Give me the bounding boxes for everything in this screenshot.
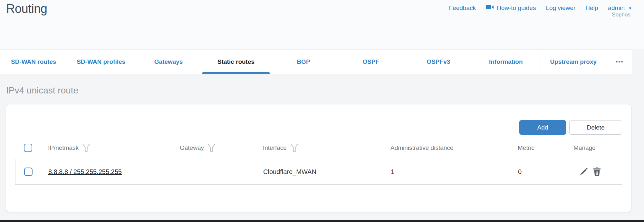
- tab-upstream-proxy[interactable]: Upstream proxy: [540, 50, 607, 74]
- tab-gateways[interactable]: Gateways: [135, 50, 202, 74]
- col-ip-netmask: IP/netmask: [48, 144, 79, 151]
- filter-funnel-icon[interactable]: [82, 143, 90, 152]
- section-heading: IPv4 unicast route: [6, 85, 78, 96]
- row-checkbox[interactable]: [24, 168, 33, 176]
- tab-sdwan-profiles[interactable]: SD-WAN profiles: [67, 50, 134, 74]
- routing-tabbar: SD-WAN routes SD-WAN profiles Gateways S…: [0, 49, 632, 74]
- col-gateway: Gateway: [180, 144, 204, 151]
- window-bottom-edge: [0, 220, 644, 222]
- col-metric: Metric: [518, 144, 534, 151]
- help-link[interactable]: Help: [585, 5, 598, 12]
- static-routes-table: IP/netmask Gateway Interface: [15, 137, 622, 185]
- col-administrative-distance: Administrative distance: [390, 144, 453, 151]
- col-manage: Manage: [573, 144, 596, 151]
- table-row: 8.8.8.8 / 255.255.255.255 Cloudflare_MWA…: [15, 159, 622, 185]
- chevron-down-icon: ▼: [628, 6, 632, 11]
- route-metric-value: 0: [518, 168, 574, 176]
- tab-ospfv3[interactable]: OSPFv3: [405, 50, 472, 74]
- main-content: IPv4 unicast route Add Delete IP/netmask: [0, 74, 644, 220]
- ellipsis-icon: •••: [616, 59, 624, 65]
- page-title: Routing: [6, 2, 47, 16]
- col-interface: Interface: [263, 144, 287, 151]
- tab-bgp[interactable]: BGP: [270, 50, 337, 74]
- tab-overflow-menu[interactable]: •••: [607, 50, 632, 74]
- add-button[interactable]: Add: [519, 120, 566, 135]
- filter-funnel-icon[interactable]: [290, 143, 298, 152]
- route-admin-distance-value: 1: [391, 168, 518, 176]
- table-header-row: IP/netmask Gateway Interface: [15, 137, 622, 159]
- feedback-link[interactable]: Feedback: [449, 5, 476, 12]
- delete-trash-icon[interactable]: [592, 167, 601, 177]
- tab-static-routes[interactable]: Static routes: [202, 50, 269, 74]
- howto-guides-link[interactable]: How-to guides: [486, 4, 536, 12]
- tab-ospf[interactable]: OSPF: [337, 50, 404, 74]
- route-ip-link[interactable]: 8.8.8.8 / 255.255.255.255: [48, 168, 122, 175]
- tab-sdwan-routes[interactable]: SD-WAN routes: [0, 50, 67, 74]
- tab-information[interactable]: Information: [472, 50, 539, 74]
- admin-menu[interactable]: admin ▼: [608, 5, 632, 12]
- routing-page: Routing Feedback How-to guides Log viewe…: [0, 0, 644, 222]
- select-all-checkbox[interactable]: [24, 144, 32, 152]
- route-interface-value: Cloudflare_MWAN: [263, 168, 391, 176]
- delete-button[interactable]: Delete: [569, 120, 622, 135]
- log-viewer-link[interactable]: Log viewer: [546, 5, 575, 12]
- routes-card: Add Delete IP/netmask Gateway: [6, 104, 631, 212]
- video-camera-icon: [486, 4, 494, 12]
- page-header: Routing Feedback How-to guides Log viewe…: [0, 0, 644, 49]
- edit-pencil-icon[interactable]: [579, 167, 589, 177]
- filter-funnel-icon[interactable]: [207, 143, 216, 152]
- top-navigation: Feedback How-to guides Log viewer Help a…: [449, 4, 632, 12]
- org-label: Sophos: [612, 12, 630, 18]
